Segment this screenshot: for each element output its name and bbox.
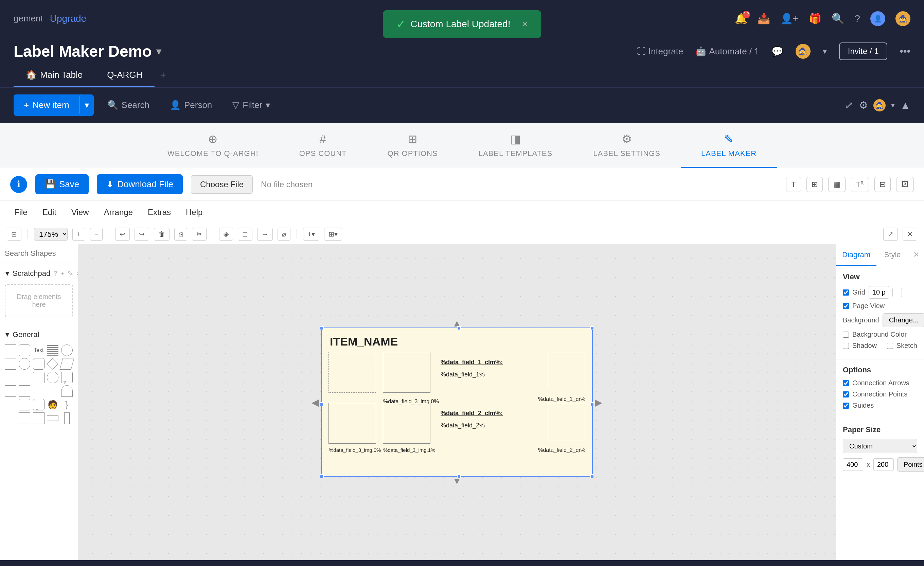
- qr-box-bottom-right[interactable]: [548, 403, 585, 440]
- zoom-select[interactable]: 175% 100% 150% 200%: [34, 228, 68, 240]
- integrate-button[interactable]: ⛶ Integrate: [637, 46, 684, 57]
- filter-button[interactable]: ▽ Filter ▾: [226, 96, 277, 114]
- shape-speech-bubble[interactable]: ▿: [33, 399, 45, 410]
- close-diagram-button[interactable]: ✕: [903, 228, 917, 240]
- search-icon[interactable]: 🔍: [832, 13, 844, 24]
- shape-rect3[interactable]: [5, 385, 16, 397]
- handle-bm[interactable]: [457, 474, 461, 478]
- new-item-dropdown-button[interactable]: ▾: [80, 95, 94, 116]
- avatar-title[interactable]: 🧙: [796, 44, 810, 59]
- general-header[interactable]: ▾ General: [0, 327, 78, 342]
- shape-cloud[interactable]: [47, 372, 58, 383]
- label-canvas[interactable]: ITEM_NAME %data_field_3_img.0% %data_fie…: [321, 327, 593, 477]
- tab-q-argh[interactable]: Q-ARGH: [95, 63, 154, 87]
- handle-mr[interactable]: [590, 402, 594, 406]
- qr-box-top-right[interactable]: [548, 352, 585, 389]
- shape-text[interactable]: Text: [33, 344, 45, 356]
- shape-parallelogram[interactable]: [60, 358, 74, 369]
- scratchpad-edit-icon[interactable]: ✎: [68, 270, 73, 277]
- table-insert-button[interactable]: ⊞▾: [324, 228, 342, 240]
- grid-color-swatch[interactable]: [892, 288, 902, 297]
- avatar-user[interactable]: 👤: [870, 11, 885, 26]
- handle-ml[interactable]: [320, 402, 324, 406]
- fullscreen-button[interactable]: ⤢: [883, 228, 898, 240]
- shape-round2[interactable]: [33, 358, 45, 369]
- scratchpad-add-icon[interactable]: +: [60, 270, 64, 277]
- undo-button[interactable]: ↩: [115, 228, 130, 240]
- toast-close-button[interactable]: ×: [522, 19, 527, 30]
- insert-button[interactable]: +▾: [303, 228, 320, 240]
- shape-diamond[interactable]: [47, 358, 58, 369]
- inbox-icon[interactable]: 📥: [758, 13, 770, 24]
- save-button[interactable]: 💾 Save: [35, 174, 88, 194]
- new-item-button-group[interactable]: + New item ▾: [14, 95, 94, 116]
- menu-edit[interactable]: Edit: [35, 204, 64, 221]
- shape-person[interactable]: 🧑: [47, 399, 58, 410]
- shape-brace[interactable]: }: [61, 399, 73, 410]
- waypoint-button[interactable]: ⌀: [278, 228, 291, 240]
- image-box-top-center[interactable]: %data_field_3_img.0%: [383, 352, 430, 393]
- tab-label-templates[interactable]: ◨ LABEL TEMPLATES: [458, 123, 573, 168]
- image-box-bottom-center[interactable]: %data_field_3_img.1%: [383, 403, 430, 444]
- shape-note[interactable]: [5, 399, 16, 410]
- shape-cylinder[interactable]: [33, 372, 45, 383]
- paper-height-input[interactable]: [873, 458, 894, 471]
- upgrade-link[interactable]: Upgrade: [50, 13, 86, 24]
- menu-extras[interactable]: Extras: [140, 204, 178, 221]
- shape-circle2[interactable]: [19, 358, 30, 369]
- page-view-checkbox[interactable]: [843, 303, 849, 309]
- image-box-bottom-left[interactable]: %data_field_3_img.0%: [328, 403, 376, 444]
- chat-icon[interactable]: 💬: [771, 46, 783, 57]
- guides-checkbox[interactable]: [843, 402, 849, 409]
- shape-tool-button[interactable]: ⊞: [807, 177, 823, 192]
- menu-file[interactable]: File: [7, 204, 35, 221]
- handle-tr[interactable]: [590, 326, 594, 330]
- help-icon[interactable]: ?: [854, 13, 860, 24]
- bg-color-checkbox[interactable]: [843, 332, 849, 338]
- handle-br[interactable]: [590, 474, 594, 478]
- shape-wave[interactable]: [61, 385, 73, 397]
- shape-rect2[interactable]: [5, 358, 16, 369]
- text-tool-button[interactable]: T: [786, 177, 801, 192]
- tab-label-settings[interactable]: ⚙ LABEL SETTINGS: [573, 123, 681, 168]
- add-user-icon[interactable]: 👤+: [780, 13, 799, 24]
- tab-add-button[interactable]: +: [154, 63, 171, 87]
- handle-tl[interactable]: [320, 326, 324, 330]
- table-tool-button[interactable]: ▦: [828, 177, 846, 192]
- tab-main-table[interactable]: 🏠 Main Table: [14, 63, 95, 87]
- canvas-container[interactable]: ▲ ▼ ◀ ▶ ITEM_NAME: [321, 327, 593, 477]
- shape-rect5[interactable]: [19, 399, 30, 410]
- shape-rect4[interactable]: [19, 385, 30, 397]
- settings-icon[interactable]: ⚙: [859, 99, 868, 111]
- shape-rect6[interactable]: [33, 413, 45, 424]
- delete-button[interactable]: 🗑: [154, 228, 170, 240]
- shape-rect8[interactable]: [64, 413, 70, 424]
- shape-arrow-right[interactable]: [33, 385, 45, 397]
- shadow-checkbox[interactable]: [843, 343, 849, 349]
- grid-value-input[interactable]: [868, 286, 889, 299]
- paper-units-select[interactable]: Points mm inches: [897, 457, 924, 471]
- new-item-button[interactable]: + New item: [14, 95, 80, 116]
- right-panel-tab-diagram[interactable]: Diagram: [836, 244, 876, 266]
- avatar-toolbar-dropdown[interactable]: ▾: [891, 101, 895, 110]
- tab-qr-options[interactable]: ⊞ QR OPTIONS: [367, 123, 458, 168]
- shape-rectangle[interactable]: [5, 344, 16, 356]
- handle-bl[interactable]: [320, 474, 324, 478]
- image-tool-button[interactable]: 🖼: [896, 177, 914, 192]
- avatar-dropdown[interactable]: ▾: [823, 47, 827, 56]
- avatar-toolbar[interactable]: 🧙: [873, 99, 886, 111]
- choose-file-button[interactable]: Choose File: [191, 175, 253, 194]
- menu-help[interactable]: Help: [178, 204, 210, 221]
- shape-hexagon[interactable]: [5, 372, 16, 383]
- image-box-top-left[interactable]: [328, 352, 376, 393]
- search-button[interactable]: 🔍 Search: [100, 96, 156, 114]
- shape-triangle[interactable]: [19, 372, 30, 383]
- automate-button[interactable]: 🤖 Automate / 1: [695, 46, 759, 57]
- paper-width-input[interactable]: [843, 458, 863, 471]
- info-button[interactable]: ℹ: [10, 176, 27, 193]
- notifications-button[interactable]: 🔔 12: [735, 13, 747, 24]
- avatar-user2[interactable]: 🧙: [896, 11, 910, 26]
- scratchpad-help-icon[interactable]: ?: [54, 270, 57, 277]
- shape-rounded-rect[interactable]: [19, 344, 30, 356]
- text-format-button[interactable]: Tᴿ: [851, 177, 869, 192]
